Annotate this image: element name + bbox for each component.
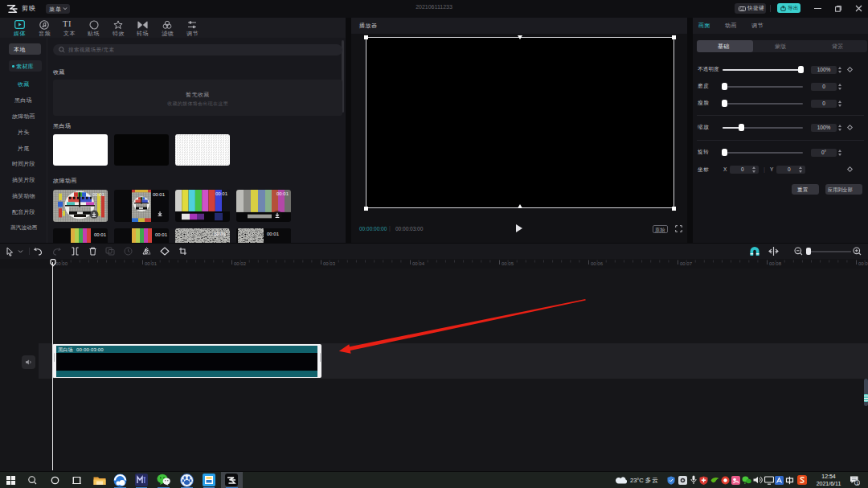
svg-text:00:05: 00:05 xyxy=(502,261,514,266)
svg-text:00:00: 00:00 xyxy=(55,261,68,266)
svg-text:00:09: 00:09 xyxy=(858,261,868,266)
svg-text:00:01: 00:01 xyxy=(94,232,106,237)
svg-text:00:04: 00:04 xyxy=(412,261,425,266)
svg-text:00:01: 00:01 xyxy=(155,232,167,237)
svg-text:00:01: 00:01 xyxy=(267,232,279,236)
svg-text:00:01: 00:01 xyxy=(92,193,104,198)
svg-text:00:08: 00:08 xyxy=(769,261,782,266)
svg-text:00:06: 00:06 xyxy=(591,261,604,266)
svg-text:00:01: 00:01 xyxy=(276,192,289,197)
svg-text:00:01: 00:01 xyxy=(215,192,227,197)
svg-text:00:01: 00:01 xyxy=(145,261,158,266)
svg-text:00:03: 00:03 xyxy=(323,261,336,266)
svg-text:00:01: 00:01 xyxy=(153,193,165,198)
svg-text:00:07: 00:07 xyxy=(680,261,693,266)
svg-text:00:01: 00:01 xyxy=(214,232,226,236)
svg-text:00:02: 00:02 xyxy=(234,261,247,266)
